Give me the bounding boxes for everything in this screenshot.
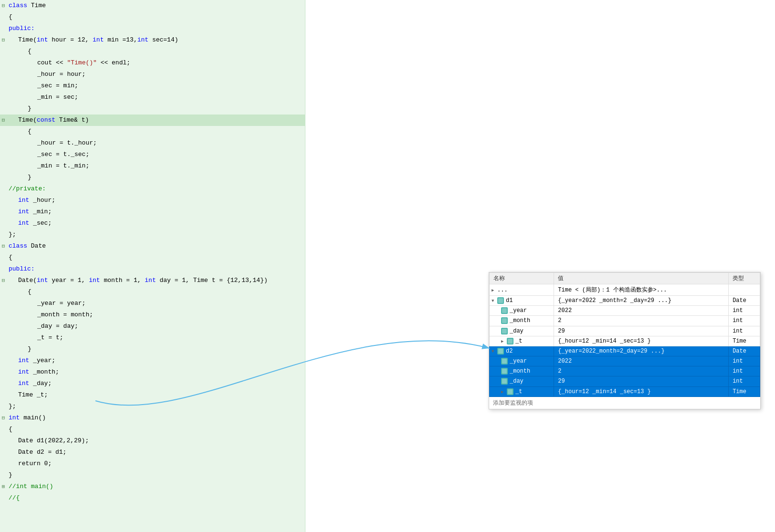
debug-row-5[interactable]: _t{_hour=12 _min=14 _sec=13 }Time — [490, 336, 760, 346]
debug-cell-name-0: ... — [490, 284, 554, 296]
code-content-14: _min = t._min; — [7, 161, 305, 171]
token: //int main() — [9, 483, 53, 490]
var-name-8: _month — [510, 368, 530, 375]
var-icon-5 — [507, 338, 513, 344]
token: _sec = min; — [37, 82, 78, 89]
var-icon-9 — [501, 378, 508, 385]
fold-btn-42[interactable]: ⊞ — [0, 481, 7, 492]
var-name-10: _t — [515, 388, 522, 395]
token: public: — [9, 25, 35, 32]
debug-cell-name-9: _day — [490, 376, 554, 386]
var-icon-6 — [497, 348, 504, 355]
expand-arrow-1[interactable] — [492, 299, 497, 303]
debug-cell-name-3: _month — [490, 316, 554, 326]
token: Date — [27, 242, 46, 250]
code-content-30: } — [7, 344, 305, 355]
fold-btn-36[interactable]: ⊟ — [0, 413, 7, 423]
debug-row-7[interactable]: _year2022int — [490, 356, 760, 366]
token: int — [18, 368, 29, 376]
token: month = 1, — [100, 277, 145, 284]
token: int — [137, 36, 148, 43]
debug-cell-type-6: Date — [729, 346, 760, 356]
col-value: 值 — [554, 273, 729, 284]
code-line-27: _month = month; — [0, 309, 305, 321]
debug-cell-value-4: 29 — [554, 326, 729, 336]
token: _sec; — [29, 219, 52, 227]
token: int — [18, 380, 29, 387]
code-content-18: int _min; — [7, 207, 305, 217]
code-line-21: ⊟class Date — [0, 240, 305, 252]
token: int — [18, 219, 29, 227]
debug-row-0[interactable]: ...Time < (局部)：1 个构造函数实参>... — [490, 284, 760, 296]
code-content-5: cout << "Time()" << endl; — [7, 58, 305, 68]
debug-row-2[interactable]: _year2022int — [490, 306, 760, 316]
debug-row-4[interactable]: _day29int — [490, 326, 760, 336]
code-line-33: int _day; — [0, 378, 305, 389]
code-content-7: _sec = min; — [7, 81, 305, 91]
fold-btn-24[interactable]: ⊟ — [0, 275, 7, 286]
expand-arrow-10[interactable] — [501, 389, 507, 395]
debug-row-9[interactable]: _day29int — [490, 376, 760, 386]
debug-cell-name-4: _day — [490, 326, 554, 336]
code-line-4: { — [0, 46, 305, 57]
add-watch[interactable]: 添加要监视的项 — [489, 397, 760, 409]
token: int — [145, 277, 156, 284]
debug-cell-name-7: _year — [490, 356, 554, 366]
debug-cell-value-1: {_year=2022 _month=2 _day=29 ...} — [554, 296, 729, 306]
token: int — [18, 197, 29, 204]
token: int — [37, 36, 48, 43]
token: Date d2 = d1; — [18, 449, 66, 456]
token: int — [93, 36, 104, 43]
var-icon-8 — [501, 368, 508, 375]
debug-row-6[interactable]: d2{_year=2022_month=2_day=29 ...}Date — [490, 346, 760, 356]
code-content-20: }; — [7, 229, 305, 240]
token: _day = day; — [37, 323, 78, 330]
token: } — [28, 174, 31, 181]
code-line-43: //{ — [0, 492, 305, 504]
code-content-19: int _sec; — [7, 218, 305, 229]
debug-row-8[interactable]: _month2int — [490, 366, 760, 376]
debug-cell-type-2: int — [729, 306, 760, 316]
debug-row-1[interactable]: d1{_year=2022 _month=2 _day=29 ...}Date — [490, 296, 760, 306]
code-content-21: class Date — [7, 241, 305, 251]
token: const — [37, 116, 55, 124]
code-content-22: { — [7, 252, 305, 263]
expand-arrow-5[interactable] — [501, 339, 507, 344]
code-content-33: int _day; — [7, 378, 305, 389]
debug-row-3[interactable]: _month2int — [490, 316, 760, 326]
code-line-7: _sec = min; — [0, 80, 305, 92]
debug-row-10[interactable]: _t{_hour=12 _min=14 _sec=13 }Time — [490, 386, 760, 396]
fold-btn-0[interactable]: ⊟ — [0, 0, 7, 11]
expand-arrow-6[interactable] — [492, 349, 497, 354]
code-content-4: { — [7, 46, 305, 57]
fold-btn-10[interactable]: ⊟ — [0, 115, 7, 125]
token: _t = t; — [37, 334, 63, 341]
code-content-27: _month = month; — [7, 310, 305, 320]
code-line-31: int _year; — [0, 355, 305, 366]
var-icon-7 — [501, 358, 508, 365]
token: { — [9, 426, 12, 433]
token: sec=14) — [148, 36, 178, 43]
token: //private: — [9, 185, 46, 192]
token: hour = 12, — [48, 36, 93, 43]
fold-btn-3[interactable]: ⊟ — [0, 35, 7, 45]
token: int — [89, 277, 100, 284]
debug-cell-type-10: Time — [729, 386, 760, 396]
code-content-34: Time _t; — [7, 390, 305, 400]
code-content-31: int _year; — [7, 355, 305, 366]
code-line-15: } — [0, 172, 305, 183]
debug-cell-value-6: {_year=2022_month=2_day=29 ...} — [554, 346, 729, 356]
code-line-32: int _month; — [0, 366, 305, 378]
fold-btn-21[interactable]: ⊟ — [0, 241, 7, 251]
code-line-16: //private: — [0, 183, 305, 195]
code-line-10: ⊟Time(const Time& t) — [0, 115, 305, 126]
var-name-0: ... — [497, 287, 508, 293]
code-line-18: int _min; — [0, 206, 305, 218]
token: } — [28, 105, 31, 112]
expand-arrow-0[interactable] — [492, 288, 497, 293]
code-line-11: { — [0, 126, 305, 137]
code-line-9: } — [0, 103, 305, 115]
var-icon-10 — [507, 388, 513, 395]
code-content-3: Time(int hour = 12, int min =13,int sec=… — [7, 35, 305, 45]
code-content-6: _hour = hour; — [7, 69, 305, 80]
